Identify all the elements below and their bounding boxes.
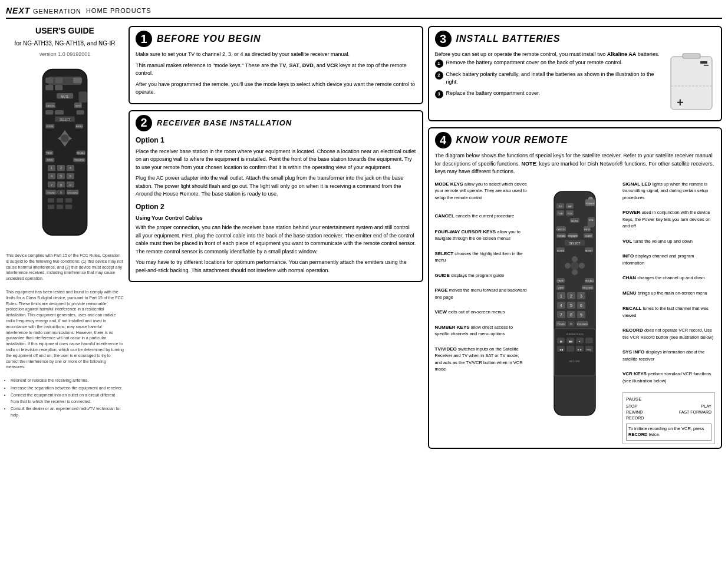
label-vol-key: VOL <box>622 239 634 244</box>
svg-point-105 <box>572 269 578 275</box>
vcr-stop-label: STOP <box>626 404 637 409</box>
option-1-body2: Plug the AC power adapter into the wall … <box>136 174 416 199</box>
remote-labels-left: MODE KEYS allow you to select which devi… <box>435 181 532 444</box>
svg-text:▮▮▮: ▮▮▮ <box>569 340 572 343</box>
svg-text:VCR: VCR <box>568 212 573 215</box>
label-menu-desc: brings up the main on-screen menu <box>638 290 707 296</box>
svg-text:8: 8 <box>60 183 62 187</box>
section-2-box: 2 RECEIVER BASE INSTALLATION Option 1 Pl… <box>129 110 423 283</box>
svg-text:9: 9 <box>70 183 71 187</box>
svg-rect-3 <box>55 78 62 83</box>
svg-text:3: 3 <box>70 166 71 170</box>
svg-rect-15 <box>55 110 64 115</box>
svg-point-106 <box>565 263 571 269</box>
battery-step-2: 2 Check battery polarity carefully, and … <box>435 71 663 87</box>
label-vcr-keys-key: VCR KEYS <box>622 371 648 376</box>
svg-text:−: − <box>703 60 709 70</box>
label-page: PAGE moves the menu forward and backward… <box>435 287 528 300</box>
svg-text:4: 4 <box>560 303 562 308</box>
svg-text:9: 9 <box>580 313 582 317</box>
label-record-key: RECORD <box>622 328 644 333</box>
section-1-header: 1 BEFORE YOU BEGIN <box>136 31 416 47</box>
remote-diagram-inner: MODE KEYS allow you to select which devi… <box>435 181 716 444</box>
label-power-key: POWER <box>622 210 641 215</box>
svg-text:PAGE: PAGE <box>47 152 53 154</box>
svg-rect-149 <box>585 338 593 343</box>
label-mode-keys: MODE KEYS allow you to select which devi… <box>435 181 528 201</box>
svg-text:BROWSE: BROWSE <box>568 234 578 237</box>
remote-image: MUTE CANCEL INFO SELECT GUIDE MENU <box>6 67 124 243</box>
option-1-title: Option 1 <box>136 135 416 146</box>
brand-logo: NEXT GENERATION <box>6 6 81 15</box>
svg-rect-60 <box>48 198 54 203</box>
battery-illustration: + − <box>668 51 715 117</box>
label-cancel-key: CANCEL <box>435 213 456 219</box>
label-info-key: INFO <box>622 253 635 259</box>
fcc-bullet-1: Reorient or relocate the receiving anten… <box>11 378 124 384</box>
user-guide-subtitle: for NG-ATH33, NG-ATH18, and NG-IR <box>6 40 124 47</box>
svg-text:1: 1 <box>560 294 562 298</box>
svg-text:VOL: VOL <box>589 219 594 222</box>
svg-text:RECORD: RECORD <box>583 286 593 289</box>
svg-text:TV/VID: TV/VID <box>48 192 55 194</box>
brand-generation: GENERATION <box>33 8 81 15</box>
label-view: VIEW exits out of on-screen menus <box>435 309 528 316</box>
fcc-bullet-4: Consult the dealer or an experienced rad… <box>11 406 124 418</box>
svg-text:4: 4 <box>51 174 52 178</box>
middle-column: 1 BEFORE YOU BEGIN Make sure to set your… <box>129 26 423 449</box>
svg-text:3: 3 <box>580 294 582 298</box>
svg-text:VCR/DVD KEYS: VCR/DVD KEYS <box>566 333 584 336</box>
fcc-bullet-2: Increase the separation between the equi… <box>11 385 124 392</box>
svg-text:SELECT: SELECT <box>60 118 70 121</box>
section-2-number: 2 <box>136 115 152 131</box>
section-2-header: 2 RECEIVER BASE INSTALLATION <box>136 115 416 131</box>
option-2-body: With the proper connection, you can hide… <box>136 224 416 256</box>
section-1-title: BEFORE YOU BEGIN <box>157 34 261 44</box>
label-view-key: VIEW <box>435 309 449 315</box>
svg-rect-5 <box>45 85 53 90</box>
svg-text:VIEW: VIEW <box>558 286 564 289</box>
svg-rect-67 <box>683 54 700 58</box>
svg-text:SAT: SAT <box>568 205 572 208</box>
option-2-subtitle: Using Your Control Cables <box>136 214 416 223</box>
label-chan-key: CHAN <box>622 275 637 280</box>
svg-text:INFO: INFO <box>584 228 590 231</box>
svg-text:RECALL: RECALL <box>585 279 594 282</box>
svg-text:CANCEL: CANCEL <box>46 105 55 107</box>
battery-intro: Before you can set up or operate the rem… <box>435 51 663 59</box>
section-3-title: INSTALL BATTERIES <box>456 34 561 44</box>
svg-rect-6 <box>55 85 62 90</box>
section-1-box: 1 BEFORE YOU BEGIN Make sure to set your… <box>129 26 423 104</box>
fcc-text-2: This equipment has been tested and found… <box>6 289 124 370</box>
svg-text:CANCEL: CANCEL <box>556 228 566 231</box>
svg-text:2: 2 <box>570 294 572 298</box>
fcc-bullet-3: Connect the equipment into an outlet on … <box>11 392 124 405</box>
svg-text:►: ► <box>579 340 581 343</box>
right-column: 3 INSTALL BATTERIES Before you can set u… <box>428 26 723 449</box>
svg-point-107 <box>579 263 585 269</box>
svg-text:RECORD: RECORD <box>74 159 84 161</box>
label-chan: CHAN changes the channel up and down <box>622 275 715 282</box>
battery-step-1: 1 Remove the battery compartment cover o… <box>435 59 663 68</box>
section-2-body: Option 1 Place the receiver base station… <box>136 135 416 275</box>
svg-text:SYS INFO: SYS INFO <box>577 323 588 326</box>
svg-text:GUIDE: GUIDE <box>47 125 54 128</box>
svg-text:6: 6 <box>70 174 71 178</box>
section-4-number: 4 <box>435 132 452 148</box>
svg-text:2: 2 <box>60 166 62 170</box>
label-menu: MENU brings up the main on-screen menu <box>622 290 715 297</box>
svg-rect-63 <box>48 204 54 209</box>
label-vcr-keys: VCR KEYS perform standard VCR functions … <box>622 371 715 384</box>
battery-text: Before you can set up or operate the rem… <box>435 51 663 117</box>
section-4-box: 4 KNOW YOUR REMOTE The diagram below sho… <box>428 127 723 449</box>
label-number-keys: NUMBER KEYS allow direct access to speci… <box>435 324 528 338</box>
label-tv-video: TV/VIDEO switches inputs on the Satellit… <box>435 346 528 373</box>
svg-text:TV: TV <box>559 205 562 208</box>
label-vol: VOL turns the volume up and down <box>622 238 715 245</box>
vcr-key-diagram: PAUSE STOP PLAY REWIND FAST FORWARD <box>622 392 715 444</box>
vcr-play-label: PLAY <box>701 404 711 409</box>
svg-point-27 <box>61 134 68 142</box>
section-4-intro-text: The diagram below shows the functions of… <box>435 152 716 176</box>
svg-text:SYS INFO: SYS INFO <box>67 192 78 194</box>
svg-text:MUTE: MUTE <box>572 220 579 223</box>
